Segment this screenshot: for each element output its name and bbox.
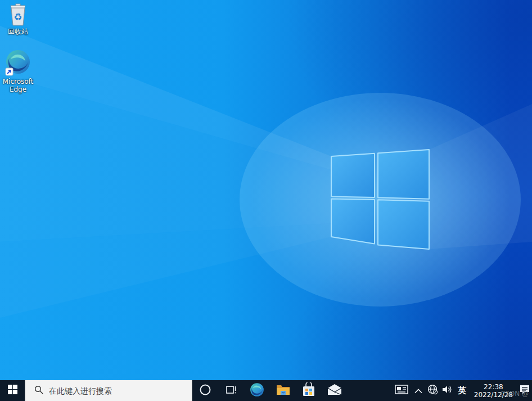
search-icon	[34, 385, 43, 397]
windows-desktop: ♻ 回收站	[0, 0, 532, 401]
microsoft-edge-shortcut[interactable]: Microsoft Edge	[0, 49, 36, 93]
touch-keyboard-icon	[395, 385, 408, 397]
svg-text:♻: ♻	[13, 11, 22, 22]
task-view-button[interactable]	[218, 380, 244, 401]
touch-keyboard-button[interactable]	[392, 380, 411, 401]
task-view-icon	[225, 384, 237, 398]
edge-taskbar-button[interactable]	[244, 380, 270, 401]
speaker-icon	[442, 385, 453, 397]
file-explorer-icon	[276, 384, 290, 398]
ime-language-indicator[interactable]: 英	[455, 380, 470, 401]
edge-shortcut-label: Microsoft Edge	[2, 78, 34, 93]
ime-language-label: 英	[458, 385, 466, 396]
taskbar-app-icons	[192, 380, 348, 401]
globe-no-internet-icon	[427, 384, 438, 397]
edge-logo-glyph	[5, 49, 31, 76]
cortana-button[interactable]	[192, 380, 218, 401]
windows-hero-logo	[0, 0, 532, 380]
chevron-up-icon	[414, 385, 422, 396]
file-explorer-button[interactable]	[270, 380, 296, 401]
show-hidden-icons-button[interactable]	[411, 380, 426, 401]
action-center-icon	[519, 385, 530, 397]
network-button[interactable]	[426, 380, 440, 401]
taskbar-search-box[interactable]	[25, 380, 192, 401]
microsoft-store-icon	[302, 382, 315, 399]
volume-button[interactable]	[440, 380, 455, 401]
search-input[interactable]	[49, 386, 178, 395]
taskbar: 英 22:38 2022/12/28	[0, 380, 532, 401]
clock-time: 22:38	[474, 383, 513, 391]
clock-date: 2022/12/28	[474, 391, 513, 399]
windows-flag-icon	[8, 385, 17, 397]
start-button[interactable]	[0, 380, 25, 401]
taskbar-clock[interactable]: 22:38 2022/12/28	[470, 380, 517, 401]
mail-icon	[327, 384, 342, 398]
microsoft-store-button[interactable]	[296, 380, 322, 401]
cortana-icon	[199, 384, 211, 398]
recycle-bin-glyph: ♻	[7, 3, 29, 26]
desktop-wallpaper	[0, 0, 532, 380]
recycle-bin-icon[interactable]: ♻ 回收站	[0, 3, 36, 35]
edge-icon	[250, 382, 264, 399]
recycle-bin-label: 回收站	[8, 28, 28, 35]
action-center-button[interactable]	[517, 380, 532, 401]
system-tray: 英 22:38 2022/12/28	[392, 380, 532, 401]
mail-button[interactable]	[322, 380, 348, 401]
